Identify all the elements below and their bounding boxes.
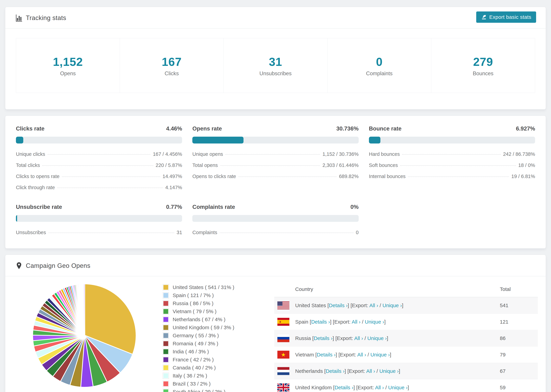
export-all-link[interactable]: All ›	[354, 335, 363, 341]
export-all-link[interactable]: All ›	[352, 319, 360, 325]
rates-grid: Clicks rate 4.46% Unique clicks167 / 4.4…	[5, 116, 546, 248]
export-unique-link[interactable]: Unique ›	[365, 319, 384, 325]
row-value: 167 / 4.456%	[153, 151, 182, 157]
column-total: Total	[500, 286, 538, 292]
legend-swatch	[163, 381, 169, 387]
row-value: 2,303 / 61.446%	[322, 162, 359, 168]
dashboard-page: Tracking stats Export basic stats 1,152 …	[0, 0, 551, 392]
bounces-label: Bounces	[431, 70, 535, 77]
export-all-link[interactable]: All ›	[366, 368, 375, 374]
legend-label: India ( 46 / 3% )	[173, 349, 209, 355]
row-label: Unique opens	[192, 151, 223, 157]
legend-item: France ( 42 / 2% )	[163, 357, 274, 363]
bounces-count: 279	[431, 55, 535, 68]
country-cell: Vietnam [Details ›] [Export: All › / Uni…	[295, 352, 500, 358]
row-label: Complaints	[192, 230, 217, 235]
details-link[interactable]: Details ›	[335, 385, 353, 390]
total-cell: 67	[500, 368, 538, 374]
geo-opens-header: Campaign Geo Opens	[5, 255, 546, 276]
legend-swatch	[163, 292, 169, 298]
clicks-label: Clicks	[120, 70, 224, 77]
details-link[interactable]: Details ›	[317, 352, 336, 357]
total-cell: 59	[500, 385, 538, 391]
legend-label: Germany ( 55 / 3% )	[173, 333, 219, 338]
details-link[interactable]: Details ›	[326, 368, 345, 374]
clicks-rate-block: Clicks rate 4.46% Unique clicks167 / 4.4…	[16, 125, 182, 190]
export-unique-link[interactable]: Unique ›	[367, 335, 387, 341]
details-link[interactable]: Details ›	[311, 319, 330, 325]
export-unique-link[interactable]: Unique ›	[379, 368, 399, 374]
export-all-link[interactable]: All ›	[357, 352, 366, 357]
table-row: United Kingdom [Details ›] [Export: All …	[274, 379, 538, 392]
pie-legend: United States ( 541 / 31% ) Spain ( 121 …	[153, 281, 274, 392]
stat-box-bounces: 279 Bounces	[431, 38, 535, 93]
geo-opens-title: Campaign Geo Opens	[26, 262, 90, 269]
geo-table-body: United States [Details ›] [Export: All ›…	[274, 297, 538, 392]
map-pin-icon	[15, 262, 22, 270]
complaints-label: Complaints	[327, 70, 431, 77]
clicks-rate-bar	[16, 137, 182, 143]
row-label: Total opens	[192, 162, 218, 168]
stat-box-complaints: 0 Complaints	[327, 38, 431, 93]
legend-label: Netherlands ( 67 / 4% )	[173, 317, 225, 322]
flag-united-kingdom-icon	[277, 384, 289, 392]
pie-chart-svg	[31, 283, 137, 389]
geo-table-header: Country Total	[274, 281, 538, 297]
country-cell: United Kingdom [Details ›] [Export: All …	[295, 385, 500, 391]
flag-russia-icon	[277, 334, 289, 342]
flag-netherlands-icon	[277, 367, 289, 375]
legend-swatch	[163, 373, 169, 379]
export-unique-link[interactable]: Unique ›	[382, 302, 402, 308]
stat-box-opens: 1,152 Opens	[16, 38, 120, 93]
legend-label: Vietnam ( 79 / 5% )	[173, 308, 216, 314]
geo-pie-chart	[16, 281, 153, 392]
details-link[interactable]: Details ›	[329, 302, 348, 308]
export-button-label: Export basic stats	[489, 14, 531, 20]
flag-spain-icon	[277, 318, 289, 326]
country-cell: Russia [Details ›] [Export: All › / Uniq…	[295, 335, 500, 341]
export-unique-link[interactable]: Unique ›	[370, 352, 390, 357]
bounce-rate-title: Bounce rate	[369, 125, 402, 132]
total-cell: 541	[500, 302, 538, 308]
export-all-link[interactable]: All ›	[375, 385, 384, 390]
legend-label: Brazil ( 33 / 2% )	[173, 381, 211, 387]
export-all-link[interactable]: All ›	[369, 302, 378, 308]
row-value: 19 / 6.81%	[511, 174, 535, 179]
row-value: 1,152 / 30.736%	[322, 151, 359, 157]
row-label: Unique clicks	[16, 151, 45, 157]
details-link[interactable]: Details ›	[314, 335, 332, 341]
row-label: Click through rate	[16, 185, 55, 190]
legend-label: United Kingdom ( 59 / 3% )	[173, 325, 234, 330]
row-value: 14.497%	[162, 174, 182, 179]
table-row: Spain [Details ›] [Export: All › / Uniqu…	[274, 314, 538, 330]
rates-card: Clicks rate 4.46% Unique clicks167 / 4.4…	[5, 116, 546, 249]
stats-row: 1,152 Opens 167 Clicks 31 Unsubscribes 0…	[16, 38, 535, 93]
export-icon	[481, 14, 487, 20]
legend-item: Canada ( 40 / 2% )	[163, 365, 274, 371]
stat-box-unsubscribes: 31 Unsubscribes	[224, 38, 327, 93]
bounce-rate-value: 6.927%	[516, 125, 535, 132]
opens-rate-bar	[192, 137, 359, 143]
row-label: Clicks to opens rate	[16, 174, 60, 179]
legend-item: United States ( 541 / 31% )	[163, 284, 274, 290]
complaints-count: 0	[327, 55, 431, 68]
unsubscribe-rate-title: Unsubscribe rate	[16, 204, 62, 210]
stat-box-clicks: 167 Clicks	[120, 38, 224, 93]
export-unique-link[interactable]: Unique ›	[388, 385, 408, 390]
opens-label: Opens	[16, 70, 120, 77]
opens-count: 1,152	[16, 55, 120, 68]
complaints-rate-block: Complaints rate 0% Complaints0	[192, 204, 359, 235]
legend-label: Italy ( 36 / 2% )	[173, 373, 207, 379]
legend-swatch	[163, 349, 169, 355]
total-cell: 79	[500, 352, 538, 358]
legend-item: Vietnam ( 79 / 5% )	[163, 308, 274, 315]
country-cell: United States [Details ›] [Export: All ›…	[295, 302, 500, 308]
legend-swatch	[163, 332, 169, 339]
row-value: 18 / 0%	[518, 162, 535, 168]
opens-rate-title: Opens rate	[192, 125, 222, 132]
legend-item: United Kingdom ( 59 / 3% )	[163, 324, 274, 331]
export-basic-stats-button[interactable]: Export basic stats	[476, 11, 536, 23]
geo-table: Country Total United States [Details ›] …	[274, 281, 538, 392]
geo-content: United States ( 541 / 31% ) Spain ( 121 …	[5, 276, 546, 392]
clicks-count: 167	[120, 55, 224, 68]
